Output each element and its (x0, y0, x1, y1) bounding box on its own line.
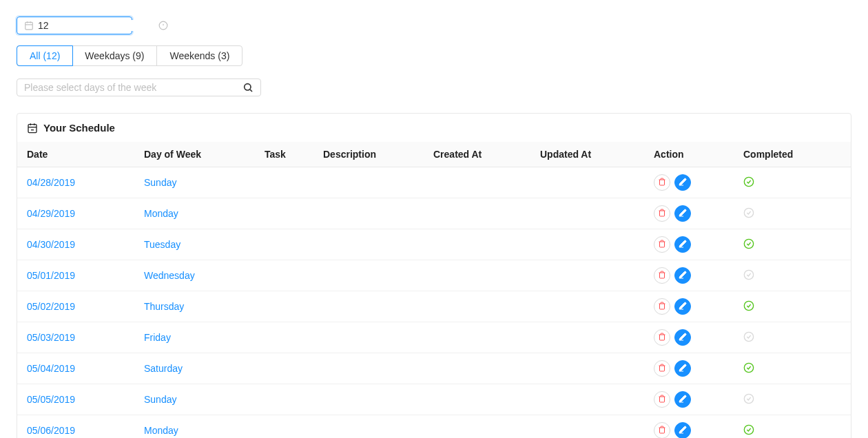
check-circle-icon (743, 393, 754, 406)
svg-point-31 (744, 425, 753, 434)
delete-button[interactable] (654, 329, 670, 346)
desc-cell (313, 260, 424, 291)
search-icon[interactable] (242, 82, 254, 93)
col-header-updated: Updated At (530, 142, 644, 167)
edit-button[interactable] (674, 267, 691, 284)
edit-icon (679, 239, 687, 250)
edit-button[interactable] (674, 205, 691, 222)
check-circle-icon (743, 238, 754, 251)
col-header-dow: Day of Week (134, 142, 255, 167)
trash-icon (658, 394, 666, 405)
completed-toggle[interactable] (743, 424, 841, 437)
trash-icon (658, 425, 666, 436)
updated-cell (530, 229, 644, 260)
delete-button[interactable] (654, 298, 670, 315)
date-link[interactable]: 04/28/2019 (27, 177, 75, 188)
search-input[interactable] (24, 82, 242, 93)
date-input-container[interactable] (17, 17, 132, 34)
edit-button[interactable] (674, 391, 691, 408)
desc-cell (313, 167, 424, 198)
dow-link[interactable]: Saturday (144, 363, 183, 374)
desc-cell (313, 353, 424, 384)
date-link[interactable]: 05/04/2019 (27, 363, 75, 374)
updated-cell (530, 415, 644, 439)
date-link[interactable]: 05/01/2019 (27, 270, 75, 281)
trash-icon (658, 301, 666, 312)
task-cell (255, 198, 313, 229)
edit-icon (679, 177, 687, 188)
table-row: 05/04/2019 Saturday (17, 353, 851, 384)
delete-button[interactable] (654, 422, 670, 438)
calendar-icon (24, 21, 34, 30)
created-cell (424, 229, 530, 260)
edit-icon (679, 394, 687, 405)
col-header-task: Task (255, 142, 313, 167)
tab-2[interactable]: Weekends (3) (157, 46, 242, 65)
completed-toggle[interactable] (743, 393, 841, 406)
check-circle-icon (743, 362, 754, 375)
edit-button[interactable] (674, 329, 691, 346)
dow-link[interactable]: Sunday (144, 394, 176, 405)
delete-button[interactable] (654, 236, 670, 253)
table-row: 05/01/2019 Wednesday (17, 260, 851, 291)
completed-toggle[interactable] (743, 207, 841, 220)
completed-toggle[interactable] (743, 331, 841, 344)
dow-link[interactable]: Thursday (144, 301, 184, 312)
info-icon[interactable] (158, 21, 168, 30)
delete-button[interactable] (654, 174, 670, 191)
schedule-icon (27, 123, 38, 134)
trash-icon (658, 363, 666, 374)
delete-button[interactable] (654, 360, 670, 377)
desc-cell (313, 291, 424, 322)
svg-point-19 (744, 239, 753, 248)
task-cell (255, 353, 313, 384)
edit-icon (679, 425, 687, 436)
dow-link[interactable]: Tuesday (144, 239, 180, 250)
updated-cell (530, 384, 644, 415)
table-row: 05/05/2019 Sunday (17, 384, 851, 415)
date-link[interactable]: 04/30/2019 (27, 239, 75, 250)
svg-point-15 (744, 177, 753, 186)
check-circle-icon (743, 300, 754, 313)
edit-icon (679, 208, 687, 219)
delete-button[interactable] (654, 205, 670, 222)
completed-toggle[interactable] (743, 238, 841, 251)
dow-link[interactable]: Monday (144, 208, 178, 219)
desc-cell (313, 229, 424, 260)
search-container[interactable] (17, 79, 261, 96)
date-link[interactable]: 04/29/2019 (27, 208, 75, 219)
tab-1[interactable]: Weekdays (9) (72, 46, 157, 65)
edit-button[interactable] (674, 422, 691, 438)
dow-link[interactable]: Sunday (144, 177, 176, 188)
completed-toggle[interactable] (743, 269, 841, 282)
check-circle-icon (743, 176, 754, 189)
desc-cell (313, 198, 424, 229)
date-link[interactable]: 05/05/2019 (27, 394, 75, 405)
dow-link[interactable]: Friday (144, 332, 171, 343)
desc-cell (313, 322, 424, 353)
date-link[interactable]: 05/02/2019 (27, 301, 75, 312)
completed-toggle[interactable] (743, 176, 841, 189)
edit-button[interactable] (674, 298, 691, 315)
edit-icon (679, 332, 687, 343)
svg-point-17 (744, 208, 753, 217)
edit-button[interactable] (674, 174, 691, 191)
edit-button[interactable] (674, 360, 691, 377)
completed-toggle[interactable] (743, 362, 841, 375)
col-header-action: Action (644, 142, 734, 167)
dow-link[interactable]: Wednesday (144, 270, 195, 281)
date-input[interactable] (38, 20, 158, 31)
completed-toggle[interactable] (743, 300, 841, 313)
desc-cell (313, 415, 424, 439)
table-row: 04/28/2019 Sunday (17, 167, 851, 198)
date-link[interactable]: 05/06/2019 (27, 425, 75, 436)
tab-0[interactable]: All (12) (17, 45, 73, 66)
delete-button[interactable] (654, 267, 670, 284)
date-link[interactable]: 05/03/2019 (27, 332, 75, 343)
edit-button[interactable] (674, 236, 691, 253)
desc-cell (313, 384, 424, 415)
svg-point-25 (744, 332, 753, 341)
check-circle-icon (743, 207, 754, 220)
delete-button[interactable] (654, 391, 670, 408)
dow-link[interactable]: Monday (144, 425, 178, 436)
